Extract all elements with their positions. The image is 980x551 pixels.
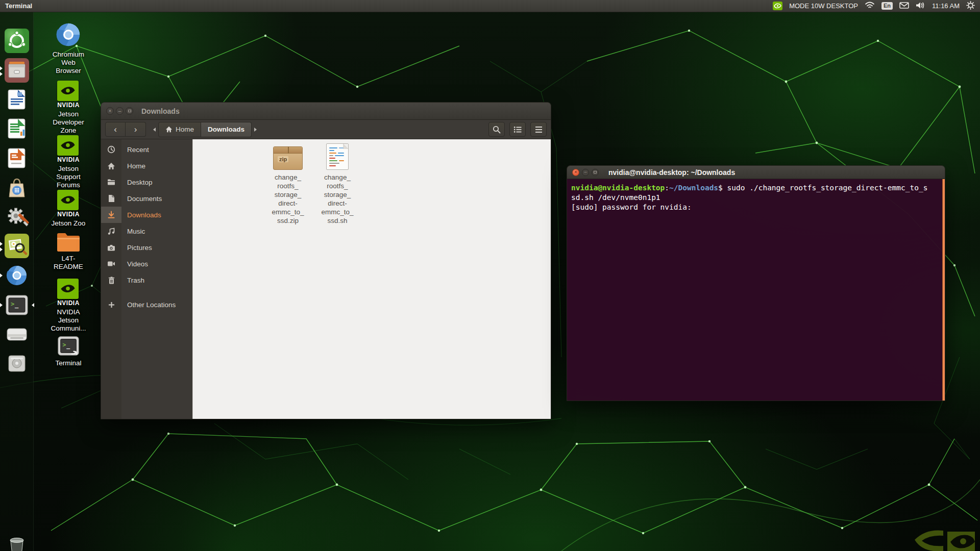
- view-toggle-button[interactable]: [509, 122, 526, 137]
- dock-hard-disk-icon[interactable]: [5, 351, 29, 375]
- sidebar-item-home[interactable]: Home: [101, 158, 192, 174]
- keyboard-layout-indicator[interactable]: En: [881, 2, 893, 10]
- path-scroll-right-icon[interactable]: [254, 128, 257, 132]
- home-icon: [101, 158, 121, 174]
- sidebar-item-pictures[interactable]: Pictures: [101, 239, 192, 256]
- nvidia-logo-icon: NVIDIA: [42, 279, 95, 307]
- desktop-icon-nvidia-jetson-community[interactable]: NVIDIA NVIDIA Jetson Communi...: [42, 279, 95, 333]
- envelope-icon[interactable]: [899, 2, 909, 10]
- dock-terminal-icon[interactable]: >_: [5, 293, 29, 317]
- maximize-button[interactable]: [592, 169, 599, 176]
- window-title: Downloads: [141, 107, 180, 115]
- dock-libreoffice-impress-icon[interactable]: [5, 146, 29, 170]
- top-panel: Terminal MODE 10W DESKTOP En 11:16 AM: [0, 0, 980, 12]
- terminal-line-prompt: nvidia@nvidia-desktop:~/Downloads$ sudo …: [571, 183, 941, 193]
- breadcrumb-home[interactable]: Home: [158, 122, 201, 137]
- prompt-dollar: $: [718, 184, 727, 192]
- dock-ubuntu-logo-icon[interactable]: [5, 29, 29, 53]
- menu-button[interactable]: [530, 122, 547, 137]
- desktop-icon-l4t-readme[interactable]: L4T- README: [42, 231, 95, 271]
- prompt-separator: :: [665, 184, 669, 192]
- desktop-icon-label: NVIDIA Jetson Communi...: [42, 308, 95, 333]
- dock-trash-icon[interactable]: [5, 534, 29, 551]
- clock[interactable]: 11:16 AM: [932, 2, 960, 10]
- desktop: Terminal MODE 10W DESKTOP En 11:16 AM: [0, 0, 980, 551]
- breadcrumb: Home Downloads: [153, 122, 257, 137]
- scrollbar[interactable]: [942, 179, 945, 400]
- sidebar-item-documents[interactable]: Documents: [101, 190, 192, 207]
- files-content-area[interactable]: zip change_ rootfs_ storage_ direct- emm…: [193, 139, 551, 419]
- terminal-titlebar[interactable]: × – nvidia@nvidia-desktop: ~/Downloads: [567, 166, 945, 179]
- command-text: sudo ./change_rootfs_storage_direct-emmc…: [727, 184, 928, 192]
- window-title: nvidia@nvidia-desktop: ~/Downloads: [608, 168, 735, 177]
- dock-libreoffice-calc-icon[interactable]: [5, 116, 29, 141]
- speaker-icon[interactable]: [916, 2, 925, 11]
- file-item-script[interactable]: change_ rootfs_ storage_ direct- emmc_to…: [314, 143, 361, 225]
- close-button[interactable]: ×: [106, 107, 114, 115]
- sidebar-item-trash[interactable]: Trash: [101, 272, 192, 288]
- file-item-zip[interactable]: zip change_ rootfs_ storage_ direct- emm…: [264, 143, 311, 225]
- terminal-line-password-prompt: [sudo] password for nvidia:: [571, 203, 941, 212]
- svg-text:_: _: [15, 301, 19, 309]
- files-sidebar: Recent Home Desktop Documents Downloads: [101, 139, 193, 419]
- folder-icon: [42, 231, 95, 253]
- close-button[interactable]: ×: [572, 169, 579, 176]
- file-name: change_ rootfs_ storage_ direct- emmc_to…: [314, 173, 361, 225]
- desktop-icon-terminal[interactable]: >_ Terminal: [42, 334, 95, 367]
- desktop-folder-icon: [101, 174, 121, 190]
- terminal-content[interactable]: nvidia@nvidia-desktop:~/Downloads$ sudo …: [567, 179, 945, 400]
- desktop-icon-jetson-support-forums[interactable]: NVIDIA Jetson Support Forums: [42, 135, 95, 189]
- hamburger-icon: [535, 127, 542, 133]
- wifi-icon[interactable]: [865, 2, 875, 11]
- desktop-icon-jetson-developer-zone[interactable]: NVIDIA Jetson Developer Zone: [42, 81, 95, 135]
- files-window: × – Downloads ‹ › Home Downloads: [101, 102, 551, 419]
- sidebar-item-videos[interactable]: Videos: [101, 256, 192, 272]
- nvidia-wallpaper-logo: [915, 530, 975, 551]
- files-titlebar[interactable]: × – Downloads: [101, 103, 551, 120]
- sidebar-item-desktop[interactable]: Desktop: [101, 174, 192, 190]
- downloads-icon: [101, 207, 121, 223]
- dock-chromium-icon[interactable]: [5, 263, 29, 288]
- nvidia-logo-icon: NVIDIA: [42, 190, 95, 218]
- nvidia-logo-icon: NVIDIA: [42, 81, 95, 109]
- svg-text:_: _: [66, 342, 70, 349]
- chromium-icon: [42, 20, 95, 49]
- sidebar-item-other-locations[interactable]: Other Locations: [101, 296, 192, 313]
- terminal-window: × – nvidia@nvidia-desktop: ~/Downloads n…: [567, 165, 945, 401]
- desktop-icon-chromium[interactable]: Chromium Web Browser: [42, 20, 95, 75]
- terminal-line-wrap: sd.sh /dev/nvme0n1p1: [571, 193, 941, 203]
- list-view-icon: [513, 126, 522, 133]
- nvidia-eye-icon[interactable]: [773, 2, 782, 10]
- maximize-button[interactable]: [126, 107, 133, 115]
- dock-libreoffice-writer-icon[interactable]: [5, 87, 29, 112]
- breadcrumb-downloads[interactable]: Downloads: [201, 122, 252, 137]
- svg-text:>: >: [63, 341, 66, 348]
- minimize-button[interactable]: –: [582, 169, 589, 176]
- prompt-path: ~/Downloads: [669, 184, 718, 192]
- active-app-name: Terminal: [5, 2, 32, 10]
- minimize-button[interactable]: –: [116, 107, 124, 115]
- desktop-icon-label: Terminal: [42, 359, 95, 367]
- forward-button[interactable]: ›: [126, 122, 146, 137]
- system-tray: MODE 10W DESKTOP En 11:16 AM: [773, 1, 980, 11]
- dock-image-viewer-icon[interactable]: [5, 234, 29, 258]
- desktop-icon-label: Jetson Developer Zone: [42, 110, 95, 135]
- dock-files-icon[interactable]: [5, 58, 29, 83]
- desktop-icon-jetson-zoo[interactable]: NVIDIA Jetson Zoo: [42, 190, 95, 228]
- back-button[interactable]: ‹: [105, 122, 126, 137]
- search-button[interactable]: [488, 122, 505, 137]
- search-icon: [493, 126, 501, 134]
- sidebar-item-downloads[interactable]: Downloads: [101, 207, 192, 223]
- path-scroll-left-icon[interactable]: [153, 128, 156, 132]
- files-toolbar: ‹ › Home Downloads: [101, 120, 551, 139]
- dock-ubuntu-software-icon[interactable]: [5, 176, 29, 200]
- sidebar-item-music[interactable]: Music: [101, 223, 192, 239]
- camera-icon: [101, 239, 121, 256]
- dock-system-settings-icon[interactable]: [5, 205, 29, 229]
- launcher-dock: >_: [0, 12, 34, 551]
- plus-icon: [101, 296, 121, 313]
- dock-removable-disk-icon[interactable]: [5, 322, 29, 346]
- gear-icon[interactable]: [966, 1, 975, 11]
- sidebar-item-recent[interactable]: Recent: [101, 141, 192, 158]
- power-mode-label[interactable]: MODE 10W DESKTOP: [789, 2, 858, 10]
